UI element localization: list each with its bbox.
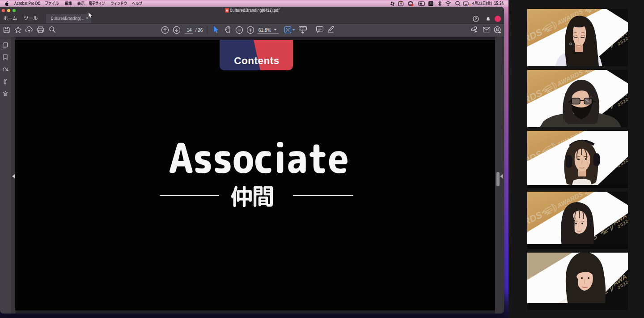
- svg-text:A: A: [226, 9, 228, 12]
- svg-text:Contents: Contents: [234, 55, 280, 66]
- svg-text:61.8%: 61.8%: [258, 28, 271, 33]
- svg-text:?: ?: [475, 17, 477, 21]
- svg-text:14: 14: [186, 28, 192, 33]
- svg-text:/ 26: / 26: [195, 28, 203, 33]
